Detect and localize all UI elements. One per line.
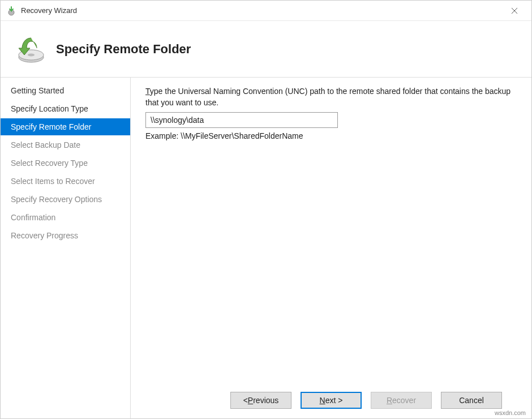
- titlebar: Recovery Wizard: [1, 1, 531, 21]
- step-confirmation: Confirmation: [1, 209, 130, 226]
- window-title: Recovery Wizard: [21, 6, 503, 15]
- step-sidebar: Getting Started Specify Location Type Sp…: [1, 78, 131, 418]
- instruction-text: Type the Universal Naming Convention (UN…: [145, 85, 517, 109]
- app-icon: [6, 6, 16, 16]
- example-text: Example: \\MyFileServer\SharedFolderName: [145, 131, 517, 140]
- content-area: Type the Universal Naming Convention (UN…: [131, 78, 531, 418]
- recover-button: Recover: [371, 392, 432, 409]
- previous-button[interactable]: < Previous: [230, 392, 291, 409]
- page-title: Specify Remote Folder: [56, 42, 191, 57]
- instruction-rest: ype the Universal Naming Convention (UNC…: [145, 87, 510, 107]
- close-button[interactable]: [503, 2, 526, 19]
- step-specify-location-type[interactable]: Specify Location Type: [1, 100, 130, 117]
- watermark: wsxdn.com: [495, 409, 526, 416]
- instruction-hotkey: T: [145, 87, 150, 96]
- step-select-backup-date: Select Backup Date: [1, 136, 130, 153]
- step-specify-recovery-options: Specify Recovery Options: [1, 191, 130, 208]
- step-getting-started[interactable]: Getting Started: [1, 82, 130, 99]
- wizard-footer: < Previous Next > Recover Cancel: [145, 382, 517, 418]
- cancel-button[interactable]: Cancel: [441, 392, 502, 409]
- unc-path-input[interactable]: [145, 112, 338, 128]
- wizard-body: Getting Started Specify Location Type Sp…: [1, 78, 531, 418]
- step-select-items-to-recover: Select Items to Recover: [1, 173, 130, 190]
- step-recovery-progress: Recovery Progress: [1, 227, 130, 244]
- content-inner: Type the Universal Naming Convention (UN…: [145, 85, 517, 382]
- recovery-wizard-icon: [14, 33, 46, 65]
- wizard-header: Specify Remote Folder: [1, 21, 531, 78]
- svg-point-5: [28, 53, 35, 56]
- step-select-recovery-type: Select Recovery Type: [1, 155, 130, 172]
- wizard-window: Recovery Wizard Specify Remote Folder Ge…: [0, 0, 532, 419]
- next-button[interactable]: Next >: [301, 392, 362, 409]
- step-specify-remote-folder[interactable]: Specify Remote Folder: [1, 118, 130, 135]
